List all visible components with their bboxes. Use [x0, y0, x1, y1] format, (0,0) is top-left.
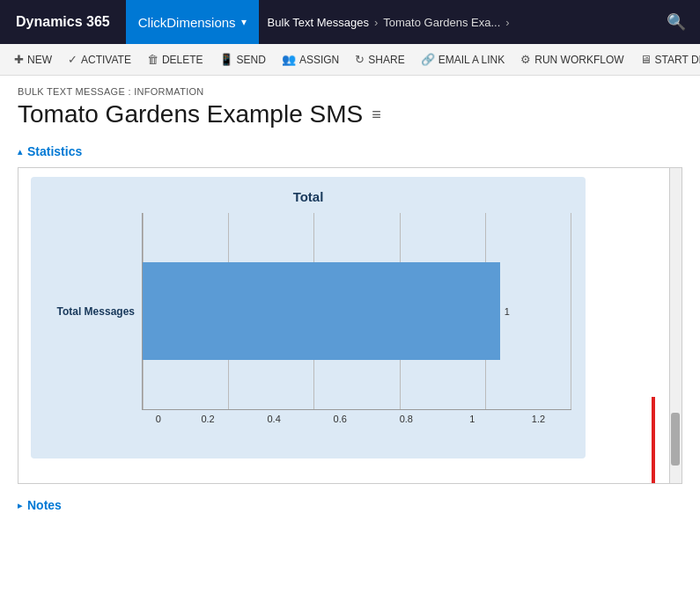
chart-container: Total Total Messages: [18, 167, 682, 484]
chart-bars-area: 1: [142, 213, 571, 410]
page-title: Tomato Gardens Example SMS: [18, 100, 363, 128]
bar-container: 1: [143, 262, 571, 361]
search-button[interactable]: 🔍: [652, 12, 700, 32]
breadcrumb: Bulk Text Messages › Tomato Gardens Exa.…: [259, 16, 652, 29]
record-type-label: BULK TEXT MESSAGE : INFORMATION: [18, 86, 682, 97]
run-workflow-button[interactable]: ⚙ RUN WORKFLOW: [513, 48, 630, 72]
send-button[interactable]: 📱 SEND: [212, 48, 273, 72]
red-arrow-indicator: [643, 397, 664, 484]
email-icon: 🔗: [421, 53, 435, 66]
x-axis-labels: 00.20.40.60.811.2: [142, 414, 571, 424]
top-navigation: Dynamics 365 ClickDimensions ▾ Bulk Text…: [0, 0, 700, 44]
assign-button[interactable]: 👥 ASSIGN: [275, 48, 346, 72]
send-label: SEND: [237, 54, 266, 66]
notes-label: Notes: [27, 498, 62, 512]
chart-inner: Total Total Messages: [31, 177, 586, 458]
app-switcher[interactable]: ClickDimensions ▾: [126, 0, 259, 44]
share-label: SHARE: [368, 54, 404, 66]
send-icon: 📱: [219, 53, 233, 66]
email-link-button[interactable]: 🔗 EMAIL A LINK: [414, 48, 512, 72]
start-dialog-button[interactable]: 🖥 START DIALO...: [633, 48, 700, 72]
x-axis-label-5: 1: [439, 414, 505, 424]
statistics-collapse-icon: ▴: [18, 147, 22, 157]
bar-value-label: 1: [505, 306, 510, 317]
assign-label: ASSIGN: [299, 54, 339, 66]
breadcrumb-sep2: ›: [505, 16, 509, 29]
share-button[interactable]: ↻ SHARE: [348, 48, 411, 72]
record-menu-icon[interactable]: ≡: [372, 106, 381, 124]
statistics-section-header[interactable]: ▴ Statistics: [18, 144, 682, 158]
brand-label: Dynamics 365: [16, 14, 110, 30]
search-icon: 🔍: [667, 13, 686, 31]
dialog-icon: 🖥: [640, 53, 652, 66]
delete-label: DELETE: [162, 54, 203, 66]
delete-button[interactable]: 🗑 DELETE: [140, 48, 210, 72]
app-name: ClickDimensions: [138, 15, 236, 30]
scrollbar[interactable]: [669, 168, 682, 483]
share-icon: ↻: [355, 53, 365, 66]
dynamics-brand: Dynamics 365: [0, 0, 126, 44]
email-link-label: EMAIL A LINK: [438, 54, 505, 66]
notes-section-header[interactable]: ▸ Notes: [18, 498, 682, 512]
plus-icon: ✚: [14, 53, 24, 66]
breadcrumb-current[interactable]: Tomato Gardens Exa...: [383, 16, 500, 29]
notes-expand-icon: ▸: [18, 501, 22, 510]
breadcrumb-sep1: ›: [374, 16, 378, 29]
start-dialog-label: START DIALO...: [655, 54, 700, 66]
check-icon: ✓: [68, 53, 77, 66]
scrollbar-thumb[interactable]: [671, 413, 680, 466]
activate-button[interactable]: ✓ ACTIVATE: [61, 48, 138, 72]
x-axis-label-6: 1.2: [505, 414, 571, 424]
x-axis-label-2: 0.4: [241, 414, 307, 424]
chart-plot: Total Messages: [45, 213, 571, 410]
x-axis-label-0: 0: [142, 414, 175, 424]
statistics-label: Statistics: [27, 144, 82, 158]
x-axis-label-3: 0.6: [307, 414, 373, 424]
assign-icon: 👥: [282, 53, 296, 66]
command-toolbar: ✚ NEW ✓ ACTIVATE 🗑 DELETE 📱 SEND 👥 ASSIG…: [0, 44, 700, 76]
new-label: NEW: [27, 54, 52, 66]
arrow-line: [652, 397, 655, 484]
x-axis-label-1: 0.2: [175, 414, 241, 424]
workflow-icon: ⚙: [520, 53, 531, 66]
chart-y-label: Total Messages: [45, 213, 142, 410]
x-axis-label-4: 0.8: [373, 414, 439, 424]
chart-area: Total Messages: [45, 213, 571, 424]
main-content: BULK TEXT MESSAGE : INFORMATION Tomato G…: [0, 76, 700, 616]
record-title-area: Tomato Gardens Example SMS ≡: [18, 100, 682, 128]
run-workflow-label: RUN WORKFLOW: [534, 54, 623, 66]
trash-icon: 🗑: [147, 53, 158, 66]
breadcrumb-section[interactable]: Bulk Text Messages: [268, 16, 369, 29]
new-button[interactable]: ✚ NEW: [7, 48, 59, 72]
chart-bar: [143, 262, 500, 361]
chart-title: Total: [45, 189, 571, 204]
app-chevron-icon: ▾: [241, 16, 247, 28]
activate-label: ACTIVATE: [81, 54, 131, 66]
